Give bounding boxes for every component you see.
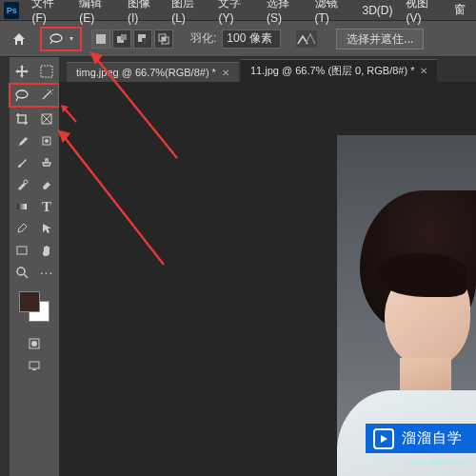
lasso-tool[interactable] bbox=[10, 85, 33, 106]
path-select-tool[interactable] bbox=[35, 218, 58, 239]
crop-tool[interactable] bbox=[10, 109, 33, 129]
menu-type[interactable]: 文字(Y) bbox=[211, 0, 260, 21]
canvas-area: timg.jpeg @ 66.7%(RGB/8#) * ✕ 11.jpg @ 6… bbox=[59, 57, 476, 476]
svg-point-17 bbox=[24, 180, 28, 184]
svg-rect-9 bbox=[41, 66, 52, 77]
tab-label: timg.jpeg @ 66.7%(RGB/8#) * bbox=[76, 67, 216, 78]
document-tabs: timg.jpeg @ 66.7%(RGB/8#) * ✕ 11.jpg @ 6… bbox=[59, 57, 476, 82]
document-tab-1[interactable]: timg.jpeg @ 66.7%(RGB/8#) * ✕ bbox=[67, 62, 239, 82]
clone-stamp-tool[interactable] bbox=[35, 152, 58, 173]
screen-mode-toggle[interactable] bbox=[23, 355, 46, 376]
selection-new-button[interactable] bbox=[91, 30, 110, 49]
hand-tool[interactable] bbox=[35, 240, 58, 261]
marquee-tool[interactable] bbox=[35, 61, 58, 82]
toolbar: T ··· bbox=[10, 57, 59, 476]
svg-point-16 bbox=[45, 139, 49, 143]
svg-line-21 bbox=[24, 274, 28, 278]
menu-3d[interactable]: 3D(D) bbox=[355, 0, 399, 21]
watermark-brand: 溜溜自学 bbox=[402, 429, 463, 447]
brush-tool[interactable] bbox=[10, 152, 33, 173]
menu-image[interactable]: 图像(I) bbox=[121, 0, 165, 21]
history-brush-tool[interactable] bbox=[10, 174, 33, 195]
svg-rect-25 bbox=[32, 369, 36, 370]
eraser-tool[interactable] bbox=[35, 174, 58, 195]
close-icon[interactable]: ✕ bbox=[222, 68, 229, 78]
svg-rect-19 bbox=[17, 247, 27, 254]
eyedropper-tool[interactable] bbox=[10, 130, 33, 151]
edit-toolbar[interactable]: ··· bbox=[35, 262, 58, 283]
selection-mode-group bbox=[91, 30, 173, 49]
svg-point-0 bbox=[50, 34, 62, 42]
svg-rect-8 bbox=[162, 37, 166, 41]
menu-window[interactable]: 窗 bbox=[447, 0, 472, 21]
svg-rect-1 bbox=[96, 34, 106, 44]
foreground-color-swatch[interactable] bbox=[19, 291, 40, 312]
menu-filter[interactable]: 滤镜(T) bbox=[308, 0, 356, 21]
menubar: Ps 文件(F) 编辑(E) 图像(I) 图层(L) 文字(Y) 选择(S) 滤… bbox=[0, 0, 476, 21]
menu-file[interactable]: 文件(F) bbox=[25, 0, 72, 21]
menu-layer[interactable]: 图层(L) bbox=[165, 0, 211, 21]
spot-heal-tool[interactable] bbox=[35, 130, 58, 151]
feather-label: 羽化: bbox=[190, 30, 216, 47]
canvas-viewport[interactable] bbox=[59, 82, 476, 476]
svg-rect-18 bbox=[17, 204, 27, 209]
move-tool[interactable] bbox=[10, 61, 33, 82]
selection-subtract-button[interactable] bbox=[133, 30, 152, 49]
color-swatches[interactable] bbox=[15, 289, 53, 327]
menu-select[interactable]: 选择(S) bbox=[260, 0, 308, 21]
menu-view[interactable]: 视图(V) bbox=[399, 0, 447, 21]
dock-gutter bbox=[0, 57, 10, 476]
photoshop-logo: Ps bbox=[4, 2, 19, 19]
refine-edge-icon[interactable] bbox=[296, 30, 317, 48]
watermark-url: zixue.3d66.com bbox=[404, 457, 470, 466]
selection-intersect-button[interactable] bbox=[154, 30, 173, 49]
quick-mask-toggle[interactable] bbox=[23, 333, 46, 354]
document-tab-2[interactable]: 11.jpg @ 66.7% (图层 0, RGB/8#) * ✕ bbox=[241, 59, 438, 82]
workspace: T ··· timg.jpeg @ 66.7%(RGB/8#) * bbox=[0, 57, 476, 476]
tool-preset-dropdown[interactable]: ▾ bbox=[40, 27, 82, 51]
tab-label: 11.jpg @ 66.7% (图层 0, RGB/8#) * bbox=[250, 64, 415, 78]
type-tool[interactable]: T bbox=[35, 196, 58, 217]
watermark-badge: 溜溜自学 bbox=[366, 424, 476, 453]
svg-rect-24 bbox=[30, 362, 39, 368]
pen-tool[interactable] bbox=[10, 218, 33, 239]
selection-add-button[interactable] bbox=[112, 30, 131, 49]
gradient-tool[interactable] bbox=[10, 196, 33, 217]
svg-rect-3 bbox=[121, 34, 127, 40]
svg-point-23 bbox=[31, 341, 37, 347]
options-bar: ▾ 羽化: 选择并遮住... bbox=[0, 21, 476, 57]
lasso-tool-row bbox=[9, 83, 60, 108]
home-icon[interactable] bbox=[8, 28, 30, 50]
frame-tool[interactable] bbox=[35, 109, 58, 129]
svg-point-20 bbox=[17, 268, 25, 275]
select-and-mask-button[interactable]: 选择并遮住... bbox=[336, 29, 424, 50]
svg-point-10 bbox=[16, 90, 28, 98]
svg-point-11 bbox=[50, 90, 51, 92]
menu-edit[interactable]: 编辑(E) bbox=[72, 0, 121, 21]
rectangle-tool[interactable] bbox=[10, 240, 33, 261]
close-icon[interactable]: ✕ bbox=[420, 66, 427, 76]
svg-rect-5 bbox=[142, 38, 148, 44]
magic-wand-tool[interactable] bbox=[35, 85, 58, 106]
zoom-tool[interactable] bbox=[10, 262, 33, 283]
play-icon bbox=[373, 428, 394, 449]
feather-input[interactable] bbox=[222, 30, 281, 49]
